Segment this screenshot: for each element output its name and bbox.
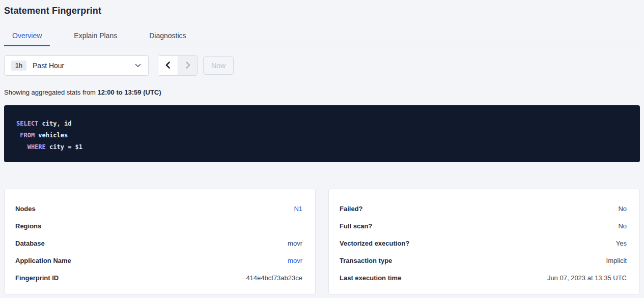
- kv-label: Fingerprint ID: [15, 274, 59, 282]
- tab-explain-plans[interactable]: Explain Plans: [66, 28, 125, 46]
- kv-label: Full scan?: [340, 222, 372, 230]
- kv-row-transaction-type: Transaction typeImplicit: [340, 252, 627, 269]
- sql-line: SELECT city, id: [16, 118, 628, 130]
- kv-label: Failed?: [340, 205, 363, 213]
- kv-label: Vectorized execution?: [340, 240, 409, 247]
- time-controls: 1h Past Hour Now: [4, 55, 640, 76]
- time-range-badge: 1h: [11, 61, 26, 71]
- kv-row-regions: Regions: [15, 217, 302, 234]
- kv-value: No: [618, 222, 627, 230]
- sql-keyword: FROM: [20, 132, 35, 139]
- kv-row-full-scan: Full scan?No: [340, 217, 627, 234]
- sql-line: WHERE city = $1: [16, 141, 628, 153]
- aggregated-stats-line: Showing aggregated stats from 12:00 to 1…: [4, 88, 640, 96]
- chevron-right-icon: [184, 61, 191, 71]
- kv-row-fingerprint-id: Fingerprint ID414e4bcf73ab23ce: [15, 269, 302, 286]
- chevron-left-icon: [164, 61, 172, 71]
- kv-row-database: Databasemovr: [15, 234, 302, 252]
- sql-statement-box: SELECT city, id FROM vehicles WHERE city…: [4, 105, 640, 162]
- sql-text: city = $1: [46, 143, 82, 151]
- page-title: Statement Fingerprint: [4, 0, 640, 16]
- kv-value: Jun 07, 2023 at 13:35 UTC: [547, 274, 627, 282]
- sql-text: city, id: [38, 120, 71, 127]
- tab-bar: OverviewExplain PlansDiagnostics: [4, 28, 640, 46]
- kv-row-last-execution-time: Last execution timeJun 07, 2023 at 13:35…: [340, 269, 627, 286]
- kv-row-nodes: NodesN1: [15, 200, 302, 217]
- kv-value: movr: [288, 240, 302, 247]
- sql-keyword: WHERE: [27, 143, 46, 151]
- chevron-down-icon: [135, 64, 141, 68]
- kv-value: No: [618, 205, 627, 213]
- time-pager-group: [158, 55, 198, 76]
- stats-line-prefix: Showing aggregated stats from: [4, 88, 98, 96]
- kv-label: Database: [15, 240, 45, 247]
- kv-label: Regions: [15, 222, 41, 230]
- kv-value-link[interactable]: movr: [288, 257, 302, 264]
- kv-value-link[interactable]: N1: [294, 205, 302, 213]
- tab-overview[interactable]: Overview: [4, 28, 50, 46]
- sql-line: FROM vehicles: [16, 130, 628, 141]
- execution-attributes-card: Failed?NoFull scan?NoVectorized executio…: [328, 189, 640, 294]
- sql-keyword: SELECT: [16, 120, 38, 127]
- time-range-dropdown[interactable]: 1h Past Hour: [4, 55, 149, 76]
- kv-value: 414e4bcf73ab23ce: [246, 274, 302, 282]
- kv-value: Implicit: [606, 257, 627, 264]
- kv-label: Nodes: [15, 205, 36, 213]
- kv-label: Last execution time: [340, 274, 401, 282]
- kv-label: Application Name: [15, 257, 71, 264]
- kv-label: Transaction type: [340, 257, 392, 264]
- page-container: Statement Fingerprint OverviewExplain Pl…: [0, 0, 644, 294]
- time-range-label: Past Hour: [33, 62, 64, 70]
- prev-time-button[interactable]: [158, 56, 178, 75]
- details-cards: NodesN1RegionsDatabasemovrApplication Na…: [4, 189, 640, 294]
- now-button[interactable]: Now: [203, 56, 234, 75]
- tab-diagnostics[interactable]: Diagnostics: [141, 28, 194, 46]
- kv-row-vectorized-execution: Vectorized execution?Yes: [340, 234, 627, 252]
- sql-text: vehicles: [35, 132, 68, 139]
- next-time-button[interactable]: [178, 56, 197, 75]
- kv-value: Yes: [616, 240, 627, 247]
- kv-row-application-name: Application Namemovr: [15, 252, 302, 269]
- kv-row-failed: Failed?No: [340, 200, 627, 217]
- stats-line-range: 12:00 to 13:59 (UTC): [98, 88, 161, 96]
- statement-details-card: NodesN1RegionsDatabasemovrApplication Na…: [4, 189, 316, 294]
- sql-text: [16, 143, 27, 151]
